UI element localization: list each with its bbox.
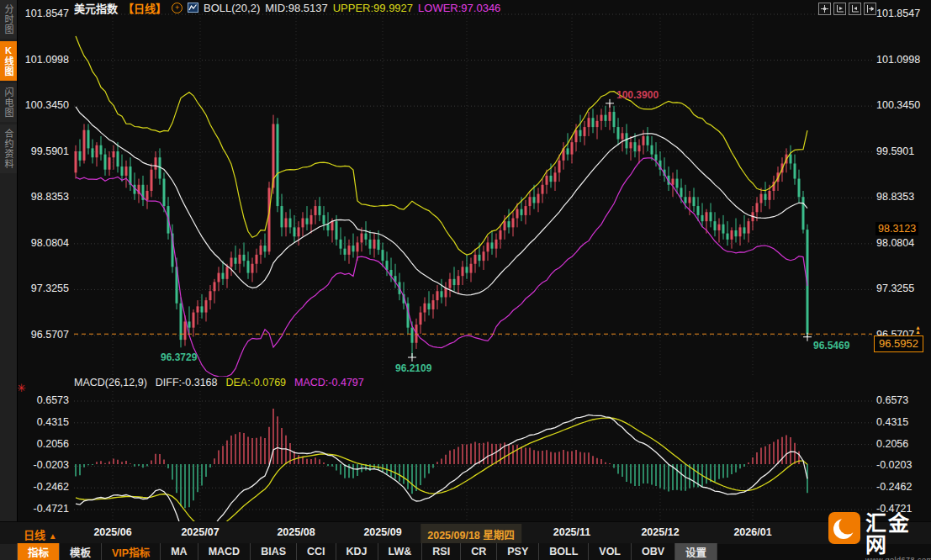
- bottom-toolbar-item-7[interactable]: CCI: [297, 543, 336, 560]
- y-axis-label: 97.3255: [17, 283, 69, 294]
- boll-label: BOLL(20,2): [204, 2, 260, 14]
- pane-export-icon[interactable]: [864, 3, 876, 15]
- x-axis-month-label: 2025/09: [345, 526, 421, 538]
- y-axis-label: -0.4721: [17, 503, 69, 515]
- x-axis-month-label: 2025/06: [75, 526, 151, 538]
- extreme-price-label: 100.3900: [616, 89, 659, 101]
- bottom-toolbar-item-13[interactable]: BOLL: [539, 543, 589, 560]
- fast-up-icon: ▲▲: [915, 325, 921, 334]
- y-axis-label: 101.0998: [17, 54, 69, 66]
- bottom-toolbar-item-15[interactable]: OBV: [632, 543, 675, 560]
- grid: [74, 14, 872, 520]
- y-axis-label: 100.3450: [17, 99, 69, 111]
- bottom-toolbar-item-8[interactable]: KDJ: [336, 543, 378, 560]
- boll-mid-value: MID:98.5137: [265, 2, 327, 14]
- period-selector-label: 日线: [24, 529, 45, 542]
- extreme-price-label: 96.3729: [161, 351, 197, 363]
- y-axis-label: 100.3450: [876, 99, 920, 111]
- sidebar-tab-1[interactable]: 分时图: [0, 0, 17, 39]
- x-axis-month-label: 2025/12: [622, 526, 698, 538]
- sidebar-tab-2[interactable]: K线图: [0, 41, 17, 81]
- y-axis-label: -0.0203: [876, 459, 912, 471]
- bottom-toolbar-item-4[interactable]: MA: [161, 543, 198, 560]
- y-axis-label: 98.0804: [17, 237, 69, 249]
- bottom-toolbar-item-14[interactable]: VOL: [589, 543, 632, 560]
- y-axis-label: -0.2462: [876, 481, 912, 493]
- bottom-toolbar-item-2[interactable]: 模板: [60, 543, 102, 560]
- price-chart-canvas: [0, 0, 931, 560]
- x-axis-strip: 日线 ▲ 2025/062025/072025/082025/092025/11…: [0, 521, 931, 544]
- macd-diff-line: [76, 415, 807, 538]
- y-axis-label: 99.5901: [876, 145, 914, 157]
- indicator-star-icon[interactable]: ✳: [17, 382, 26, 394]
- bottom-toolbar-item-6[interactable]: BIAS: [251, 543, 297, 560]
- y-axis-label: 0.6573: [17, 394, 69, 406]
- macd-dea-line: [76, 418, 807, 529]
- symbol-title: 美元指数: [74, 0, 118, 16]
- macd-title: MACD(26,12,9): [74, 377, 147, 388]
- period-selector[interactable]: 日线 ▲: [24, 526, 57, 542]
- y-axis-label: 0.2056: [876, 438, 908, 450]
- current-price-badge: 96.5952: [874, 335, 923, 352]
- app-root: 分时图K线图闪电图合约资料 美元指数 【日线】 + BOLL(20,2) MID…: [0, 0, 931, 560]
- boll-lower-value: LOWER:97.0346: [418, 2, 500, 14]
- x-axis-month-label: 2026/01: [715, 526, 791, 538]
- ref-price-badge: 98.3123: [875, 222, 918, 235]
- y-axis-label: 98.0804: [876, 237, 914, 249]
- add-indicator-icon[interactable]: +: [172, 3, 182, 13]
- extreme-price-label: 96.5469: [813, 340, 849, 351]
- bottom-toolbar-item-10[interactable]: RSI: [422, 543, 461, 560]
- bottom-toolbar-item-1[interactable]: 指标: [17, 543, 60, 560]
- logo-crescent-icon: [828, 512, 860, 547]
- huijin-logo: 汇金网 www.gold678.com: [828, 512, 931, 560]
- expand-axis-icon[interactable]: [849, 3, 861, 15]
- y-axis-label: 96.5707: [17, 329, 69, 341]
- candlestick-mini-icon: [188, 3, 198, 13]
- boll-mid-line: [76, 107, 807, 295]
- logo-url: www.gold678.com: [865, 556, 931, 560]
- chart-header: 美元指数 【日线】 + BOLL(20,2) MID:98.5137 UPPER…: [74, 1, 500, 14]
- y-axis-label: 101.0998: [876, 54, 920, 66]
- move-crosshair-icon[interactable]: [818, 3, 831, 15]
- y-axis-label: 0.2056: [17, 438, 69, 450]
- y-axis-label: 98.8353: [876, 191, 914, 203]
- extreme-price-label: 96.2109: [395, 362, 431, 374]
- period-tag: 【日线】: [123, 0, 167, 16]
- macd-header: MACD(26,12,9) DIFF:-0.3168 DEA:-0.0769 M…: [74, 377, 364, 388]
- bottom-toolbar: 指标模板VIP指标MAMACDBIASCCIKDJLW&RSICRPSYBOLL…: [17, 543, 717, 560]
- bottom-toolbar-item-3[interactable]: VIP指标: [102, 543, 161, 560]
- candlestick-series: [75, 36, 809, 377]
- crosshair-date-label: 2025/09/18 星期四: [421, 524, 521, 545]
- y-axis-label: 99.5901: [17, 145, 69, 157]
- y-axis-label: -0.0203: [17, 459, 69, 471]
- bottom-toolbar-item-16[interactable]: 设置: [675, 543, 717, 560]
- y-axis-label: 0.6573: [876, 394, 908, 406]
- y-axis-label: 98.8353: [17, 191, 69, 203]
- period-dropdown-arrow-icon: ▲: [49, 531, 57, 541]
- boll-lower-line: [76, 158, 807, 377]
- macd-diff-value: DIFF:-0.3168: [156, 377, 218, 388]
- sidebar: 分时图K线图闪电图合约资料: [0, 0, 18, 560]
- x-axis-month-label: 2025/07: [162, 526, 238, 538]
- y-axis-label: 0.4315: [17, 416, 69, 428]
- header-toolbar: [818, 3, 876, 15]
- y-axis-label: 101.8547: [876, 8, 920, 19]
- compress-axis-icon[interactable]: [833, 3, 846, 15]
- y-axis-label: 101.8547: [17, 8, 69, 19]
- y-axis-label: 0.4315: [876, 416, 908, 428]
- macd-macd-value: MACD:-0.4797: [294, 377, 364, 388]
- bottom-toolbar-item-9[interactable]: LW&: [378, 543, 423, 560]
- sidebar-tab-4[interactable]: 合约资料: [0, 124, 17, 173]
- bottom-toolbar-item-5[interactable]: MACD: [198, 543, 251, 560]
- boll-upper-line: [76, 36, 807, 255]
- y-axis-label: 97.3255: [876, 283, 914, 294]
- sidebar-tab-3[interactable]: 闪电图: [0, 83, 17, 122]
- macd-dea-value: DEA:-0.0769: [225, 377, 286, 388]
- bottom-toolbar-item-11[interactable]: CR: [461, 543, 497, 560]
- y-axis-label: -0.2462: [17, 481, 69, 493]
- logo-name: 汇金网: [865, 512, 931, 556]
- bottom-toolbar-item-12[interactable]: PSY: [497, 543, 539, 560]
- boll-upper-value: UPPER:99.9927: [333, 2, 413, 14]
- x-axis-month-label: 2025/08: [258, 526, 334, 538]
- macd-series: [76, 409, 807, 539]
